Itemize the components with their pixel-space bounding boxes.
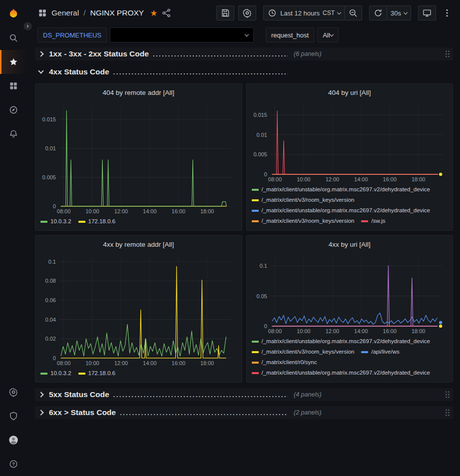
- chart-404-by-remote-addr[interactable]: 00.0050.010.01508:0010:0012:0014:0016:00…: [39, 101, 238, 215]
- variable-ds-value-dropdown[interactable]: [110, 27, 254, 42]
- sidebar-item-profile[interactable]: [0, 428, 27, 452]
- panel-title[interactable]: 4xx by uri [All]: [247, 236, 453, 253]
- legend-item[interactable]: /_matrix/client/v3/room_keys/version: [252, 347, 355, 357]
- legend-color-marker: [361, 220, 368, 222]
- sidebar-item-server-admin[interactable]: [0, 404, 27, 428]
- legend-item[interactable]: /_matrix/client/unstable/org.matrix.msc2…: [252, 205, 431, 216]
- legend-item[interactable]: /_matrix/client/unstable/org.matrix.msc2…: [252, 184, 431, 195]
- breadcrumb-divider: /: [83, 8, 85, 17]
- row-drag-handle[interactable]: [445, 391, 450, 399]
- legend-color-marker: [252, 189, 259, 191]
- legend-item[interactable]: /api/live/ws: [361, 347, 399, 357]
- legend-item[interactable]: /_matrix/client/unstable/org.matrix.msc2…: [252, 368, 431, 378]
- svg-text:0: 0: [53, 355, 56, 361]
- sidebar-item-starred[interactable]: [0, 50, 27, 74]
- svg-text:16:00: 16:00: [172, 208, 185, 214]
- panel-title[interactable]: 4xx by remote addr [All]: [35, 236, 242, 253]
- legend-item[interactable]: /_matrix/client/r0/sync: [252, 357, 317, 368]
- dashboard-settings-button[interactable]: [238, 5, 256, 20]
- breadcrumb: General / NGINX PROXY ★: [37, 8, 171, 18]
- share-icon[interactable]: [161, 8, 171, 18]
- legend-color-marker: [40, 373, 47, 375]
- chevron-right-icon: [38, 392, 43, 397]
- svg-text:10:00: 10:00: [85, 208, 99, 214]
- row-panel-count: (6 panels): [294, 50, 322, 57]
- dashboard-title[interactable]: NGINX PROXY: [90, 8, 144, 17]
- sidebar-item-alerting[interactable]: [0, 122, 27, 146]
- svg-text:08:00: 08:00: [57, 360, 70, 366]
- panel-4xx-by-remote-addr: 4xx by remote addr [All] 00.020.040.060.…: [35, 235, 242, 383]
- svg-text:18:00: 18:00: [200, 360, 214, 366]
- top-navbar: General / NGINX PROXY ★: [27, 0, 460, 26]
- legend-color-marker: [252, 199, 259, 201]
- sidebar-item-help[interactable]: ?: [0, 452, 27, 476]
- sidebar-expand-button[interactable]: ›: [23, 21, 32, 31]
- clock-icon: [267, 8, 277, 18]
- variable-host-label[interactable]: request_host: [266, 27, 314, 42]
- timezone-label: CST: [323, 9, 335, 16]
- grafana-logo[interactable]: [0, 0, 27, 26]
- legend-item[interactable]: 10.0.3.2: [40, 216, 71, 227]
- chart-404-by-uri[interactable]: 00.0050.010.01508:0010:0012:0014:0016:00…: [251, 101, 449, 183]
- svg-text:18:00: 18:00: [200, 208, 214, 214]
- grafana-flame-icon: [8, 7, 19, 18]
- legend-item[interactable]: 172.18.0.6: [78, 216, 115, 227]
- zoom-out-button[interactable]: [344, 5, 362, 20]
- refresh-interval-picker[interactable]: 30s: [387, 5, 411, 20]
- legend-item[interactable]: /_matrix/client/v3/room_keys/version: [252, 195, 355, 205]
- svg-text:0.01: 0.01: [45, 145, 56, 151]
- add-panel-button[interactable]: [216, 5, 234, 20]
- refresh-interval-label: 30s: [391, 9, 401, 17]
- svg-text:0.015: 0.015: [253, 112, 267, 118]
- panel-404-by-uri: 404 by uri [All] 00.0050.010.01508:0010:…: [246, 83, 454, 231]
- main-area: General / NGINX PROXY ★: [27, 0, 460, 419]
- svg-text:14:00: 14:00: [354, 328, 368, 334]
- legend-item[interactable]: /sw.js: [361, 216, 385, 226]
- svg-text:16:00: 16:00: [172, 360, 185, 366]
- svg-text:12:00: 12:00: [114, 208, 128, 214]
- panel-title[interactable]: 404 by uri [All]: [247, 84, 453, 101]
- variable-ds-label[interactable]: DS_PROMETHEUS: [37, 27, 107, 42]
- sidebar-item-dashboards[interactable]: [0, 74, 27, 98]
- panel-title[interactable]: 404 by remote addr [All]: [35, 84, 242, 101]
- legend-label: /api/live/ws: [371, 347, 399, 357]
- sidebar-item-configuration[interactable]: [0, 380, 27, 404]
- variable-host-value-dropdown[interactable]: All: [317, 27, 338, 42]
- legend-color-marker: [78, 373, 85, 375]
- panel-grid: 404 by remote addr [All] 00.0050.010.015…: [35, 83, 453, 383]
- row-drag-handle[interactable]: [445, 50, 450, 58]
- time-range-picker[interactable]: Last 12 hours CST: [263, 5, 345, 20]
- chart-4xx-by-uri[interactable]: 00.050.108:0010:0012:0014:0016:0018:00: [251, 253, 449, 335]
- legend-item[interactable]: 10.0.3.2: [40, 368, 71, 379]
- sidebar-item-explore[interactable]: [0, 98, 27, 122]
- favorite-star-icon[interactable]: ★: [150, 8, 157, 18]
- legend-color-marker: [252, 220, 259, 222]
- svg-text:0.1: 0.1: [259, 263, 267, 269]
- legend-item[interactable]: /_matrix/client/v3/room_keys/version: [252, 216, 355, 226]
- save-icon: [220, 8, 230, 18]
- compass-icon: [8, 105, 18, 115]
- sidebar-item-search[interactable]: [0, 26, 27, 50]
- chart-4xx-by-remote-addr[interactable]: 00.020.040.060.080.108:0010:0012:0014:00…: [39, 253, 238, 367]
- breadcrumb-section[interactable]: General: [51, 8, 79, 17]
- row-4xx[interactable]: 4xx Status Code ........................…: [35, 65, 453, 78]
- svg-text:10:00: 10:00: [297, 328, 310, 334]
- row-1xx-3xx-2xx[interactable]: 1xx - 3xx - 2xx Status Code ............…: [35, 47, 453, 60]
- legend-color-marker: [40, 221, 47, 223]
- row-6xx[interactable]: 6xx > Status Code ......................…: [35, 406, 453, 419]
- more-options-button[interactable]: [440, 8, 454, 18]
- sidebar: ?: [0, 0, 27, 476]
- refresh-button[interactable]: [369, 5, 387, 20]
- svg-text:0.08: 0.08: [45, 278, 56, 284]
- svg-text:0.1: 0.1: [48, 259, 56, 265]
- svg-text:0.02: 0.02: [45, 336, 56, 342]
- svg-text:12:00: 12:00: [325, 176, 339, 182]
- tv-mode-button[interactable]: [418, 5, 436, 20]
- chevron-down-icon: [404, 10, 408, 14]
- dashboards-grid-icon: [8, 81, 18, 91]
- legend-item[interactable]: 172.18.0.6: [78, 368, 115, 379]
- row-drag-handle[interactable]: [445, 409, 450, 417]
- legend-item[interactable]: /_matrix/client/unstable/org.matrix.msc2…: [252, 336, 431, 347]
- row-5xx[interactable]: 5xx Status Code ........................…: [35, 388, 453, 401]
- legend-label: /_matrix/client/unstable/org.matrix.msc2…: [262, 184, 431, 195]
